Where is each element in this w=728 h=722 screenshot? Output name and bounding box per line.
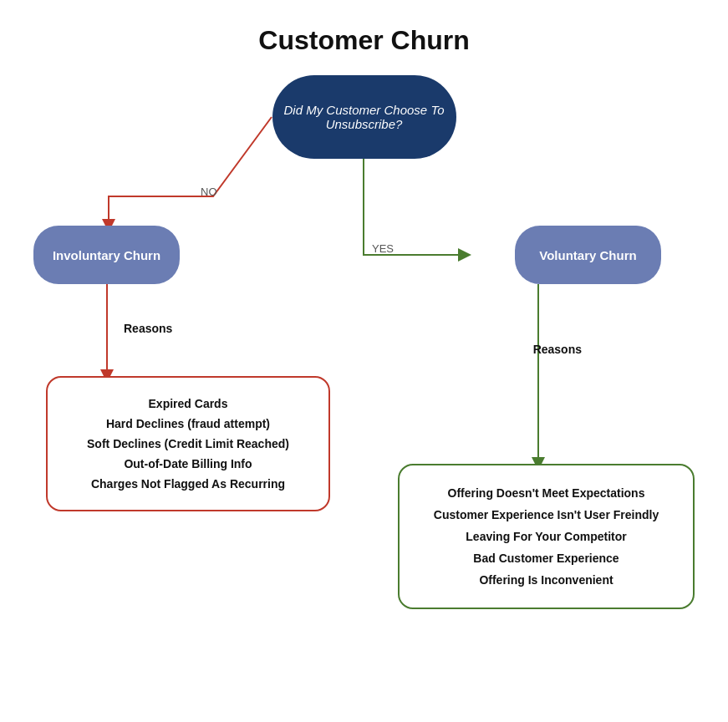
voluntary-reason-item: Bad Customer Experience xyxy=(416,552,676,565)
label-no: NO xyxy=(201,186,217,198)
decision-text: Did My Customer Choose To Unsubscribe? xyxy=(272,103,456,131)
label-reasons-voluntary: Reasons xyxy=(533,343,582,356)
involuntary-reason-item: Soft Declines (Credit Limit Reached) xyxy=(64,437,312,450)
involuntary-reason-item: Out-of-Date Billing Info xyxy=(64,457,312,470)
label-yes: YES xyxy=(372,242,394,255)
page-title: Customer Churn xyxy=(0,0,728,56)
decision-box: Did My Customer Choose To Unsubscribe? xyxy=(272,75,456,159)
voluntary-reason-item: Leaving For Your Competitor xyxy=(416,530,676,543)
involuntary-reason-item: Expired Cards xyxy=(64,397,312,410)
involuntary-churn-box: Involuntary Churn xyxy=(33,226,180,284)
voluntary-reason-item: Customer Experience Isn't User Freindly xyxy=(416,508,676,521)
voluntary-reasons-box: Offering Doesn't Meet ExpectationsCustom… xyxy=(398,464,695,609)
involuntary-churn-label: Involuntary Churn xyxy=(53,248,160,262)
voluntary-reason-item: Offering Doesn't Meet Expectations xyxy=(416,486,676,500)
voluntary-reason-item: Offering Is Inconvenient xyxy=(416,573,676,587)
label-reasons-involuntary: Reasons xyxy=(124,322,172,335)
involuntary-reasons-box: Expired CardsHard Declines (fraud attemp… xyxy=(46,376,330,511)
voluntary-churn-label: Voluntary Churn xyxy=(539,248,636,262)
voluntary-churn-box: Voluntary Churn xyxy=(515,226,661,284)
involuntary-reason-item: Charges Not Flagged As Recurring xyxy=(64,477,312,491)
involuntary-reason-item: Hard Declines (fraud attempt) xyxy=(64,417,312,430)
